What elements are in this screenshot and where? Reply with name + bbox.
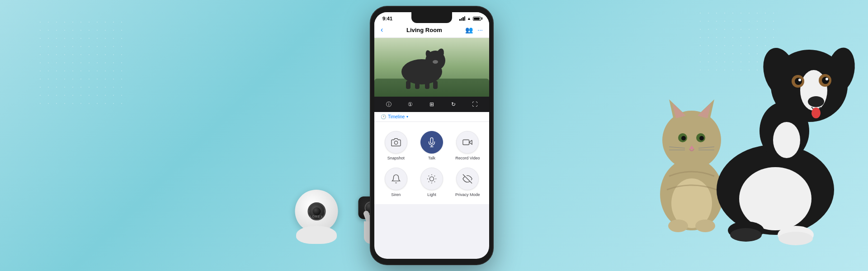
back-button[interactable]: ‹ xyxy=(381,26,383,34)
status-time: 9:41 xyxy=(382,16,392,21)
svg-line-20 xyxy=(429,182,429,182)
svg-line-16 xyxy=(429,176,429,176)
svg-point-39 xyxy=(668,220,688,232)
privacy-mode-circle xyxy=(456,168,479,190)
camera-controls-bar: ⓘ ① ⊞ ↻ ⛶ xyxy=(374,97,489,112)
svg-point-53 xyxy=(795,78,802,85)
svg-point-58 xyxy=(811,107,821,118)
people-icon[interactable]: 👥 xyxy=(465,26,473,33)
light-label: Light xyxy=(427,192,436,197)
svg-rect-6 xyxy=(425,81,429,89)
camera-switch[interactable]: ⊞ xyxy=(427,99,437,109)
timeline-bar: 🕐 Timeline ▾ xyxy=(374,112,489,122)
svg-rect-12 xyxy=(463,140,469,145)
light-circle xyxy=(420,168,443,190)
fullscreen-control[interactable]: ⛶ xyxy=(470,99,480,109)
record-video-label: Record Video xyxy=(455,156,480,160)
phone-frame: 9:41 ▲ xyxy=(371,7,493,264)
app-header: ‹ Living Room 👥 ··· xyxy=(374,23,489,38)
privacy-mode-label: Privacy Mode xyxy=(455,192,480,197)
svg-point-13 xyxy=(429,177,434,181)
phone-screen: 9:41 ▲ xyxy=(374,12,489,259)
action-snapshot[interactable]: Snapshot xyxy=(378,127,414,164)
svg-point-40 xyxy=(695,220,715,232)
svg-point-42 xyxy=(739,167,811,230)
action-light[interactable]: Light xyxy=(414,164,449,201)
svg-point-9 xyxy=(394,141,397,144)
action-siren[interactable]: Siren xyxy=(378,164,414,201)
pets-illustration xyxy=(597,5,868,271)
hd-control[interactable]: ① xyxy=(405,99,415,109)
svg-rect-4 xyxy=(406,81,410,89)
svg-point-8 xyxy=(433,60,438,64)
action-record-video[interactable]: Record Video xyxy=(450,127,486,164)
svg-point-32 xyxy=(681,136,686,140)
svg-point-56 xyxy=(826,78,828,80)
more-icon[interactable]: ··· xyxy=(477,26,483,33)
action-talk[interactable]: Talk xyxy=(414,127,449,164)
ptz-camera-label: LOREX xyxy=(310,215,323,218)
svg-point-60 xyxy=(778,232,813,245)
action-privacy-mode[interactable]: Privacy Mode xyxy=(450,164,486,201)
svg-rect-5 xyxy=(415,81,420,89)
header-icons: 👥 ··· xyxy=(465,26,483,33)
svg-rect-7 xyxy=(433,81,438,89)
dot-pattern-left xyxy=(36,18,127,108)
svg-point-46 xyxy=(773,122,800,158)
hero-section: LOREX 9:41 xyxy=(0,0,868,271)
snapshot-label: Snapshot xyxy=(387,156,405,160)
ptz-camera-base xyxy=(296,226,337,244)
rotate-control[interactable]: ↻ xyxy=(448,99,458,109)
svg-point-54 xyxy=(822,77,829,84)
room-title: Living Room xyxy=(406,27,442,33)
siren-label: Siren xyxy=(391,192,401,197)
snapshot-circle xyxy=(385,131,407,154)
camera-feed xyxy=(374,38,489,97)
svg-point-59 xyxy=(730,228,762,242)
talk-circle xyxy=(420,131,443,154)
timeline-chevron[interactable]: ▾ xyxy=(406,115,408,119)
timeline-label[interactable]: Timeline xyxy=(388,114,405,119)
smartphone: 9:41 ▲ xyxy=(371,7,493,264)
svg-point-33 xyxy=(699,136,704,140)
wifi-icon: ▲ xyxy=(467,16,471,21)
phone-notch xyxy=(411,12,452,23)
ptz-camera: LOREX xyxy=(289,185,344,244)
siren-circle xyxy=(385,168,407,190)
svg-line-21 xyxy=(434,176,435,176)
record-video-circle xyxy=(456,131,479,154)
feed-dog-silhouette xyxy=(392,45,451,90)
actions-grid: Snapshot Talk xyxy=(374,122,489,204)
svg-point-25 xyxy=(662,111,721,169)
svg-point-55 xyxy=(798,79,801,81)
talk-label: Talk xyxy=(428,156,435,160)
status-icons: ▲ xyxy=(459,16,481,21)
svg-point-57 xyxy=(808,96,824,107)
signal-icon xyxy=(459,16,465,21)
info-control[interactable]: ⓘ xyxy=(384,99,394,109)
battery-icon xyxy=(473,17,481,21)
svg-line-17 xyxy=(434,182,435,182)
